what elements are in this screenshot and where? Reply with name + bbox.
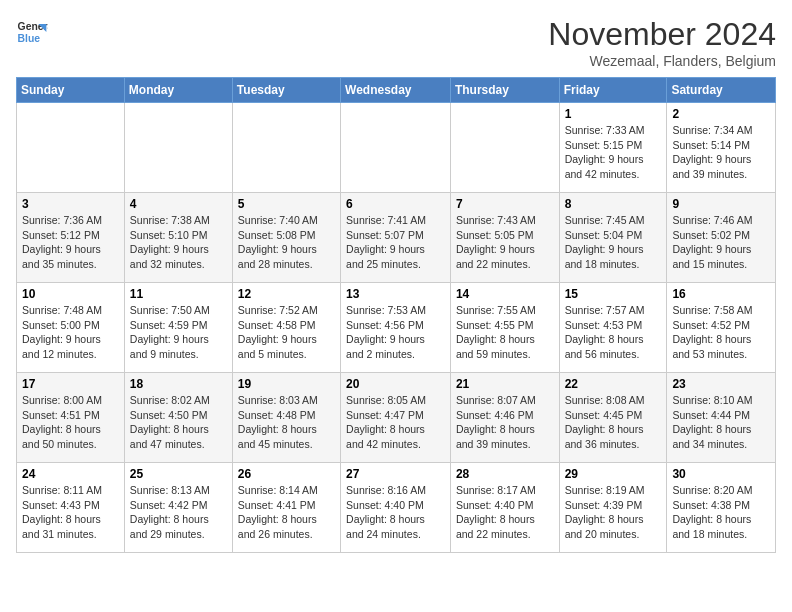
day-info: Sunrise: 8:19 AM Sunset: 4:39 PM Dayligh…	[565, 483, 662, 542]
day-number: 6	[346, 197, 445, 211]
day-info: Sunrise: 7:45 AM Sunset: 5:04 PM Dayligh…	[565, 213, 662, 272]
calendar-cell: 29Sunrise: 8:19 AM Sunset: 4:39 PM Dayli…	[559, 463, 667, 553]
calendar-cell: 21Sunrise: 8:07 AM Sunset: 4:46 PM Dayli…	[450, 373, 559, 463]
title-block: November 2024 Wezemaal, Flanders, Belgiu…	[548, 16, 776, 69]
day-number: 16	[672, 287, 770, 301]
day-number: 19	[238, 377, 335, 391]
calendar-cell: 3Sunrise: 7:36 AM Sunset: 5:12 PM Daylig…	[17, 193, 125, 283]
day-info: Sunrise: 8:05 AM Sunset: 4:47 PM Dayligh…	[346, 393, 445, 452]
day-info: Sunrise: 8:16 AM Sunset: 4:40 PM Dayligh…	[346, 483, 445, 542]
calendar-cell: 11Sunrise: 7:50 AM Sunset: 4:59 PM Dayli…	[124, 283, 232, 373]
month-title: November 2024	[548, 16, 776, 53]
calendar-cell: 13Sunrise: 7:53 AM Sunset: 4:56 PM Dayli…	[341, 283, 451, 373]
day-number: 29	[565, 467, 662, 481]
calendar-cell: 7Sunrise: 7:43 AM Sunset: 5:05 PM Daylig…	[450, 193, 559, 283]
day-info: Sunrise: 7:48 AM Sunset: 5:00 PM Dayligh…	[22, 303, 119, 362]
day-info: Sunrise: 7:50 AM Sunset: 4:59 PM Dayligh…	[130, 303, 227, 362]
day-info: Sunrise: 7:41 AM Sunset: 5:07 PM Dayligh…	[346, 213, 445, 272]
calendar-cell	[232, 103, 340, 193]
calendar-cell	[17, 103, 125, 193]
calendar-cell: 4Sunrise: 7:38 AM Sunset: 5:10 PM Daylig…	[124, 193, 232, 283]
day-number: 22	[565, 377, 662, 391]
calendar-cell: 9Sunrise: 7:46 AM Sunset: 5:02 PM Daylig…	[667, 193, 776, 283]
day-info: Sunrise: 7:40 AM Sunset: 5:08 PM Dayligh…	[238, 213, 335, 272]
day-number: 20	[346, 377, 445, 391]
calendar-cell	[341, 103, 451, 193]
calendar-cell	[124, 103, 232, 193]
day-info: Sunrise: 8:13 AM Sunset: 4:42 PM Dayligh…	[130, 483, 227, 542]
calendar-week-row: 17Sunrise: 8:00 AM Sunset: 4:51 PM Dayli…	[17, 373, 776, 463]
calendar-cell: 28Sunrise: 8:17 AM Sunset: 4:40 PM Dayli…	[450, 463, 559, 553]
page-header: General Blue November 2024 Wezemaal, Fla…	[16, 16, 776, 69]
day-number: 11	[130, 287, 227, 301]
location: Wezemaal, Flanders, Belgium	[548, 53, 776, 69]
day-number: 28	[456, 467, 554, 481]
day-info: Sunrise: 7:36 AM Sunset: 5:12 PM Dayligh…	[22, 213, 119, 272]
calendar-cell: 27Sunrise: 8:16 AM Sunset: 4:40 PM Dayli…	[341, 463, 451, 553]
calendar-cell: 26Sunrise: 8:14 AM Sunset: 4:41 PM Dayli…	[232, 463, 340, 553]
day-info: Sunrise: 8:00 AM Sunset: 4:51 PM Dayligh…	[22, 393, 119, 452]
day-info: Sunrise: 7:46 AM Sunset: 5:02 PM Dayligh…	[672, 213, 770, 272]
day-number: 9	[672, 197, 770, 211]
calendar-header: SundayMondayTuesdayWednesdayThursdayFrid…	[17, 78, 776, 103]
weekday-header-monday: Monday	[124, 78, 232, 103]
day-info: Sunrise: 8:02 AM Sunset: 4:50 PM Dayligh…	[130, 393, 227, 452]
day-number: 27	[346, 467, 445, 481]
day-info: Sunrise: 7:34 AM Sunset: 5:14 PM Dayligh…	[672, 123, 770, 182]
calendar-cell: 20Sunrise: 8:05 AM Sunset: 4:47 PM Dayli…	[341, 373, 451, 463]
calendar-cell: 30Sunrise: 8:20 AM Sunset: 4:38 PM Dayli…	[667, 463, 776, 553]
calendar-cell: 8Sunrise: 7:45 AM Sunset: 5:04 PM Daylig…	[559, 193, 667, 283]
calendar-cell: 17Sunrise: 8:00 AM Sunset: 4:51 PM Dayli…	[17, 373, 125, 463]
calendar-week-row: 1Sunrise: 7:33 AM Sunset: 5:15 PM Daylig…	[17, 103, 776, 193]
day-number: 3	[22, 197, 119, 211]
day-info: Sunrise: 8:17 AM Sunset: 4:40 PM Dayligh…	[456, 483, 554, 542]
calendar-cell: 24Sunrise: 8:11 AM Sunset: 4:43 PM Dayli…	[17, 463, 125, 553]
calendar-week-row: 24Sunrise: 8:11 AM Sunset: 4:43 PM Dayli…	[17, 463, 776, 553]
logo: General Blue	[16, 16, 48, 48]
svg-text:Blue: Blue	[18, 33, 41, 44]
calendar-cell	[450, 103, 559, 193]
calendar-table: SundayMondayTuesdayWednesdayThursdayFrid…	[16, 77, 776, 553]
weekday-header-tuesday: Tuesday	[232, 78, 340, 103]
calendar-cell: 12Sunrise: 7:52 AM Sunset: 4:58 PM Dayli…	[232, 283, 340, 373]
day-number: 8	[565, 197, 662, 211]
day-number: 7	[456, 197, 554, 211]
day-number: 17	[22, 377, 119, 391]
calendar-cell: 14Sunrise: 7:55 AM Sunset: 4:55 PM Dayli…	[450, 283, 559, 373]
day-number: 2	[672, 107, 770, 121]
day-info: Sunrise: 8:03 AM Sunset: 4:48 PM Dayligh…	[238, 393, 335, 452]
day-info: Sunrise: 7:33 AM Sunset: 5:15 PM Dayligh…	[565, 123, 662, 182]
day-info: Sunrise: 7:43 AM Sunset: 5:05 PM Dayligh…	[456, 213, 554, 272]
day-number: 13	[346, 287, 445, 301]
calendar-cell: 10Sunrise: 7:48 AM Sunset: 5:00 PM Dayli…	[17, 283, 125, 373]
calendar-cell: 2Sunrise: 7:34 AM Sunset: 5:14 PM Daylig…	[667, 103, 776, 193]
day-info: Sunrise: 7:53 AM Sunset: 4:56 PM Dayligh…	[346, 303, 445, 362]
day-info: Sunrise: 8:08 AM Sunset: 4:45 PM Dayligh…	[565, 393, 662, 452]
day-info: Sunrise: 8:11 AM Sunset: 4:43 PM Dayligh…	[22, 483, 119, 542]
day-number: 4	[130, 197, 227, 211]
day-number: 14	[456, 287, 554, 301]
day-info: Sunrise: 8:14 AM Sunset: 4:41 PM Dayligh…	[238, 483, 335, 542]
calendar-cell: 25Sunrise: 8:13 AM Sunset: 4:42 PM Dayli…	[124, 463, 232, 553]
day-number: 26	[238, 467, 335, 481]
day-number: 10	[22, 287, 119, 301]
weekday-header-sunday: Sunday	[17, 78, 125, 103]
calendar-cell: 18Sunrise: 8:02 AM Sunset: 4:50 PM Dayli…	[124, 373, 232, 463]
calendar-cell: 1Sunrise: 7:33 AM Sunset: 5:15 PM Daylig…	[559, 103, 667, 193]
day-number: 21	[456, 377, 554, 391]
day-number: 5	[238, 197, 335, 211]
day-info: Sunrise: 8:20 AM Sunset: 4:38 PM Dayligh…	[672, 483, 770, 542]
calendar-cell: 22Sunrise: 8:08 AM Sunset: 4:45 PM Dayli…	[559, 373, 667, 463]
calendar-cell: 6Sunrise: 7:41 AM Sunset: 5:07 PM Daylig…	[341, 193, 451, 283]
calendar-week-row: 3Sunrise: 7:36 AM Sunset: 5:12 PM Daylig…	[17, 193, 776, 283]
day-info: Sunrise: 7:38 AM Sunset: 5:10 PM Dayligh…	[130, 213, 227, 272]
calendar-cell: 15Sunrise: 7:57 AM Sunset: 4:53 PM Dayli…	[559, 283, 667, 373]
day-number: 24	[22, 467, 119, 481]
day-number: 12	[238, 287, 335, 301]
logo-icon: General Blue	[16, 16, 48, 48]
day-number: 15	[565, 287, 662, 301]
day-number: 1	[565, 107, 662, 121]
day-info: Sunrise: 7:58 AM Sunset: 4:52 PM Dayligh…	[672, 303, 770, 362]
calendar-week-row: 10Sunrise: 7:48 AM Sunset: 5:00 PM Dayli…	[17, 283, 776, 373]
day-number: 23	[672, 377, 770, 391]
